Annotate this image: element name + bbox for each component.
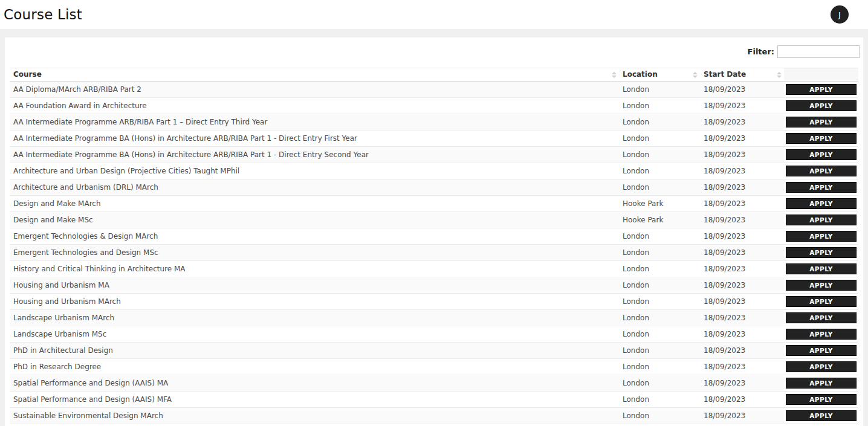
filter-row: Filter: xyxy=(5,45,863,58)
table-row: Architecture and Urbanism (DRL) MArchLon… xyxy=(10,179,858,196)
location-cell: London xyxy=(619,392,700,408)
course-cell: Sustainable Environmental Design MArch xyxy=(10,408,619,424)
apply-cell: APPLY xyxy=(784,163,858,179)
apply-button[interactable]: APPLY xyxy=(786,198,857,209)
apply-button[interactable]: APPLY xyxy=(786,329,857,340)
apply-button[interactable]: APPLY xyxy=(786,215,857,225)
apply-button[interactable]: APPLY xyxy=(786,361,857,372)
location-cell: London xyxy=(619,343,700,359)
sort-icon[interactable] xyxy=(693,72,698,78)
location-cell: London xyxy=(619,82,700,98)
top-bar: Course List J xyxy=(0,0,868,29)
apply-button[interactable]: APPLY xyxy=(786,378,857,389)
location-cell: London xyxy=(619,359,700,375)
table-row: Emergent Technologies and Design MScLond… xyxy=(10,245,858,261)
start-date-cell: 18/09/2023 xyxy=(700,294,784,310)
location-cell: London xyxy=(619,310,700,326)
course-table: Course Location Start Date AA Diploma/MA… xyxy=(10,68,858,426)
table-row: AA Intermediate Programme BA (Hons) in A… xyxy=(10,131,858,147)
course-cell: AA Diploma/MArch ARB/RIBA Part 2 xyxy=(10,82,619,98)
start-date-cell: 18/09/2023 xyxy=(700,114,784,131)
table-row: AA Diploma/MArch ARB/RIBA Part 2London18… xyxy=(10,82,858,98)
course-cell: Architecture and Urbanism (DRL) MArch xyxy=(10,179,619,196)
apply-cell: APPLY xyxy=(784,147,858,163)
start-date-cell: 18/09/2023 xyxy=(700,343,784,359)
start-date-cell: 18/09/2023 xyxy=(700,359,784,375)
column-header-start-date-label: Start Date xyxy=(704,70,746,79)
apply-cell: APPLY xyxy=(784,424,858,426)
user-avatar[interactable]: J xyxy=(831,5,849,24)
course-cell: AA Intermediate Programme BA (Hons) in A… xyxy=(10,147,619,163)
apply-button[interactable]: APPLY xyxy=(786,133,857,144)
table-row: Emergent Technologies & Design MArchLond… xyxy=(10,228,858,245)
start-date-cell: 18/09/2023 xyxy=(700,310,784,326)
apply-button[interactable]: APPLY xyxy=(786,100,857,111)
table-row: Architecture and Urban Design (Projectiv… xyxy=(10,163,858,179)
start-date-cell: 18/09/2023 xyxy=(700,245,784,261)
column-header-location[interactable]: Location xyxy=(619,68,700,82)
filter-input[interactable] xyxy=(777,45,860,58)
apply-button[interactable]: APPLY xyxy=(786,263,857,274)
table-row: AA Intermediate Programme BA (Hons) in A… xyxy=(10,147,858,163)
table-row: Landscape Urbanism MArchLondon18/09/2023… xyxy=(10,310,858,326)
course-cell: AA Intermediate Programme BA (Hons) in A… xyxy=(10,131,619,147)
apply-button[interactable]: APPLY xyxy=(786,84,857,95)
start-date-cell: 18/09/2023 xyxy=(700,147,784,163)
course-cell: History and Critical Thinking in Archite… xyxy=(10,261,619,277)
course-cell: AA Foundation Award in Architecture xyxy=(10,98,619,114)
content-panel: Filter: Course Location Start Date xyxy=(5,37,863,426)
table-row: Sustainable Environmental Design MScLond… xyxy=(10,424,858,426)
table-row: Housing and Urbanism MALondon18/09/2023A… xyxy=(10,277,858,294)
table-row: Design and Make MScHooke Park18/09/2023A… xyxy=(10,212,858,228)
location-cell: London xyxy=(619,114,700,131)
apply-button[interactable]: APPLY xyxy=(786,345,857,356)
location-cell: Hooke Park xyxy=(619,196,700,212)
start-date-cell: 18/09/2023 xyxy=(700,424,784,426)
sort-icon[interactable] xyxy=(777,72,782,78)
apply-button[interactable]: APPLY xyxy=(786,296,857,307)
table-row: Landscape Urbanism MScLondon18/09/2023AP… xyxy=(10,326,858,343)
start-date-cell: 18/09/2023 xyxy=(700,392,784,408)
apply-cell: APPLY xyxy=(784,294,858,310)
table-header-row: Course Location Start Date xyxy=(10,68,858,82)
apply-button[interactable]: APPLY xyxy=(786,231,857,242)
apply-cell: APPLY xyxy=(784,82,858,98)
apply-cell: APPLY xyxy=(784,212,858,228)
apply-cell: APPLY xyxy=(784,310,858,326)
apply-button[interactable]: APPLY xyxy=(786,410,857,421)
apply-button[interactable]: APPLY xyxy=(786,166,857,176)
sort-icon[interactable] xyxy=(612,72,617,78)
location-cell: London xyxy=(619,228,700,245)
location-cell: London xyxy=(619,147,700,163)
apply-button[interactable]: APPLY xyxy=(786,117,857,127)
apply-cell: APPLY xyxy=(784,114,858,131)
apply-cell: APPLY xyxy=(784,408,858,424)
apply-button[interactable]: APPLY xyxy=(786,182,857,193)
apply-cell: APPLY xyxy=(784,375,858,392)
course-cell: Emergent Technologies & Design MArch xyxy=(10,228,619,245)
start-date-cell: 18/09/2023 xyxy=(700,196,784,212)
start-date-cell: 18/09/2023 xyxy=(700,163,784,179)
apply-cell: APPLY xyxy=(784,196,858,212)
table-row: PhD in Research DegreeLondon18/09/2023AP… xyxy=(10,359,858,375)
apply-button[interactable]: APPLY xyxy=(786,280,857,291)
start-date-cell: 18/09/2023 xyxy=(700,212,784,228)
course-cell: Sustainable Environmental Design MSc xyxy=(10,424,619,426)
apply-cell: APPLY xyxy=(784,343,858,359)
apply-button[interactable]: APPLY xyxy=(786,312,857,323)
avatar-initial: J xyxy=(838,10,841,19)
column-header-start-date[interactable]: Start Date xyxy=(700,68,784,82)
apply-button[interactable]: APPLY xyxy=(786,394,857,405)
apply-button[interactable]: APPLY xyxy=(786,247,857,258)
page-title: Course List xyxy=(4,7,82,22)
apply-button[interactable]: APPLY xyxy=(786,149,857,160)
location-cell: London xyxy=(619,261,700,277)
start-date-cell: 18/09/2023 xyxy=(700,228,784,245)
course-cell: Housing and Urbanism MArch xyxy=(10,294,619,310)
location-cell: London xyxy=(619,326,700,343)
course-table-body: AA Diploma/MArch ARB/RIBA Part 2London18… xyxy=(10,82,858,426)
column-header-apply xyxy=(784,68,858,82)
column-header-course[interactable]: Course xyxy=(10,68,619,82)
course-cell: Landscape Urbanism MArch xyxy=(10,310,619,326)
location-cell: London xyxy=(619,163,700,179)
